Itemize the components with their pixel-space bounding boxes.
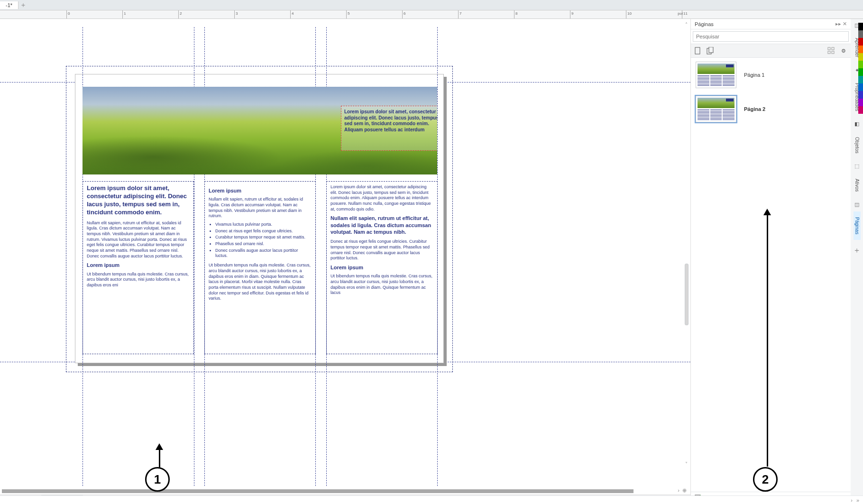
color-swatch[interactable] (858, 83, 863, 91)
svg-rect-2 (709, 47, 713, 53)
page-label: Página 1 (744, 72, 764, 78)
heading: Nullam elit sapien, rutrum ut efficitur … (331, 215, 433, 235)
color-swatch[interactable] (858, 30, 863, 38)
close-icon[interactable]: ✕ (843, 21, 847, 27)
hero-text-frame[interactable]: Lorem ipsum dolor sit amet, consectetur … (341, 106, 437, 151)
paragraph: Nullam elit sapien, rutrum ut efficitur … (87, 220, 190, 259)
tab-assets[interactable]: Ativos (854, 173, 861, 197)
callout-line (767, 215, 768, 467)
callout-marker-2: 2 (753, 467, 778, 492)
arrow-icon (156, 443, 163, 450)
pages-icon[interactable]: ◫ (853, 200, 861, 209)
page-thumbnail[interactable] (696, 62, 736, 88)
gear-icon[interactable]: ⚙ (839, 46, 848, 55)
color-swatch[interactable] (858, 38, 863, 46)
horizontal-ruler: pol 01234567891011 (0, 10, 863, 19)
paragraph: Ut bibendum tempus nulla quis molestie. … (331, 274, 433, 296)
paragraph: Lorem ipsum dolor sit amet, consectetur … (331, 184, 433, 212)
list-item: Donec convallis augue auctor lacus portt… (215, 248, 312, 259)
panel-title: Páginas (695, 21, 714, 27)
search-input[interactable] (693, 32, 848, 41)
assets-icon[interactable]: ⬚ (853, 162, 861, 170)
page-artboard[interactable]: Lorem ipsum dolor sit amet, consectetur … (75, 74, 444, 363)
callout-line (159, 450, 160, 468)
svg-rect-6 (832, 51, 834, 54)
subheading: Lorem ipsum (331, 264, 433, 271)
heading: Lorem ipsum dolor sit amet, consectetur … (87, 184, 190, 217)
color-swatch[interactable] (858, 76, 863, 83)
paragraph: Nullam elit sapien, rutrum ut efficitur … (209, 197, 312, 219)
add-doc-icon[interactable]: ＋ (18, 0, 28, 10)
page-item-1[interactable]: Página 1 (696, 62, 846, 88)
expand-icon[interactable]: » (856, 497, 859, 503)
color-swatch[interactable] (858, 53, 863, 61)
svg-rect-0 (695, 47, 700, 54)
zoom-icon[interactable]: ⊕ (682, 487, 687, 493)
objects-icon[interactable]: ◧ (853, 120, 861, 128)
list-item: Phasellus sed ornare nisl. (215, 241, 312, 247)
horizontal-scrollbar[interactable]: › ⊕ (0, 488, 690, 495)
hero-text: Lorem ipsum dolor sit amet, consectetur … (344, 109, 437, 133)
list-item: Vivamus luctus pulvinar porta. (215, 222, 312, 228)
arrow-icon (763, 209, 771, 215)
chevron-right-icon[interactable]: › (678, 487, 679, 493)
status-bar: › » (0, 495, 863, 504)
color-palette[interactable] (858, 23, 863, 114)
color-swatch[interactable] (858, 68, 863, 76)
doc-tab[interactable]: -1* (0, 1, 18, 9)
svg-rect-5 (828, 51, 830, 54)
scroll-thumb[interactable] (2, 489, 633, 493)
color-swatch[interactable] (858, 23, 863, 30)
chevron-right-icon[interactable]: › (851, 497, 853, 503)
bullet-list: Vivamus luctus pulvinar porta. Donec at … (215, 222, 312, 259)
list-item: Donec at risus eget felis congue ultrici… (215, 229, 312, 234)
paragraph: Ut bibendum tempus nulla quis molestie. … (209, 263, 312, 302)
subheading: Lorem ipsum (87, 262, 190, 268)
page-label: Página 2 (744, 106, 765, 112)
color-swatch[interactable] (858, 106, 863, 114)
page-item-2[interactable]: Página 2 (696, 96, 846, 122)
scroll-thumb[interactable] (685, 264, 689, 325)
canvas[interactable]: Lorem ipsum dolor sit amet, consectetur … (0, 19, 690, 487)
new-page-icon[interactable] (694, 46, 702, 55)
text-column-2[interactable]: Lorem ipsum Nullam elit sapien, rutrum u… (204, 181, 316, 354)
callout-marker-1: 1 (145, 467, 170, 492)
color-swatch[interactable] (858, 46, 863, 53)
subheading: Lorem ipsum (209, 187, 312, 194)
document-tabs: -1* ＋ (0, 0, 863, 10)
scroll-up-icon[interactable]: ˄ (683, 22, 689, 28)
color-swatch[interactable] (858, 61, 863, 68)
paragraph: Ut bibendum tempus nulla quis molestie. … (87, 272, 190, 288)
add-docker-icon[interactable]: ＋ (853, 246, 861, 256)
page-thumbnail[interactable] (696, 96, 736, 122)
svg-rect-3 (828, 47, 830, 50)
vertical-scrollbar[interactable]: ˄ ˅ (683, 22, 689, 468)
text-column-1[interactable]: Lorem ipsum dolor sit amet, consectetur … (83, 181, 194, 354)
grid-view-icon[interactable] (827, 46, 835, 55)
hero-image[interactable]: Lorem ipsum dolor sit amet, consectetur … (83, 87, 437, 174)
svg-rect-4 (832, 47, 834, 50)
tab-objects[interactable]: Objetos (854, 131, 861, 159)
paragraph: Donec at risus eget felis congue ultrici… (331, 239, 433, 261)
search-container (693, 31, 849, 42)
list-item: Curabitur tempus tempor neque sit amet m… (215, 235, 312, 240)
text-column-3[interactable]: Lorem ipsum dolor sit amet, consectetur … (326, 181, 438, 354)
collapse-icon[interactable]: ▸▸ (835, 21, 841, 27)
scroll-down-icon[interactable]: ˅ (683, 461, 689, 468)
color-swatch[interactable] (858, 91, 863, 99)
duplicate-page-icon[interactable] (706, 46, 715, 55)
color-swatch[interactable] (858, 99, 863, 106)
panel-toolbar: ⚙ (691, 44, 851, 58)
tab-pages[interactable]: Páginas (854, 211, 861, 240)
